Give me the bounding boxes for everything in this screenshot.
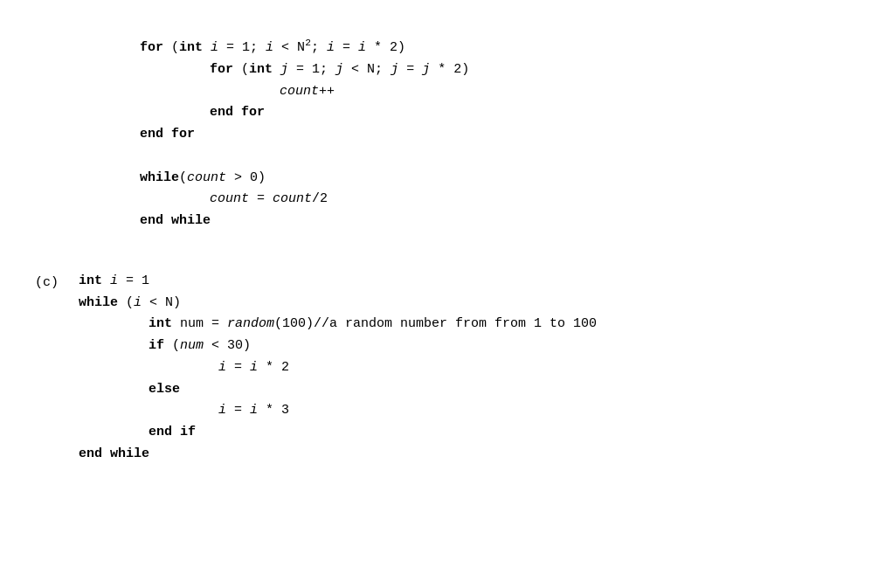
i-times-3-line: i = i * 3 — [218, 400, 843, 422]
section-c-code: int i = 1 while (i < N) int num = random… — [79, 271, 843, 466]
end-for-inner-line: end for — [210, 102, 843, 124]
while-i-line: while (i < N) — [79, 293, 843, 315]
section-c: (c) int i = 1 while (i < N) int num = ra… — [35, 271, 843, 466]
end-if-line: end if — [149, 422, 843, 444]
blank-line-1 — [140, 146, 843, 168]
else-line: else — [149, 379, 843, 401]
end-for-outer-line: end for — [140, 124, 843, 146]
int-i-line: int i = 1 — [79, 271, 843, 293]
i-times-2-line: i = i * 2 — [218, 357, 843, 379]
end-while-line: end while — [140, 211, 843, 232]
c-label-text: (c) — [35, 275, 59, 290]
int-num-line: int num = random(100)//a random number f… — [149, 314, 843, 336]
code-container: for (int i = 1; i < N2; i = i * 2) for (… — [0, 17, 878, 483]
end-while-c-line: end while — [79, 444, 843, 466]
for-inner-line: for (int j = 1; j < N; j = j * 2) — [210, 59, 843, 81]
for-outer-line: for (int i = 1; i < N2; i = i * 2) — [140, 35, 843, 59]
if-num-line: if (num < 30) — [149, 336, 843, 357]
top-code-block: for (int i = 1; i < N2; i = i * 2) for (… — [35, 35, 843, 232]
while-line: while(count > 0) — [140, 168, 843, 190]
section-c-label: (c) — [35, 271, 79, 294]
count-increment-line: count++ — [280, 81, 843, 103]
section-spacer — [35, 232, 843, 253]
count-halve-line: count = count/2 — [210, 189, 843, 211]
